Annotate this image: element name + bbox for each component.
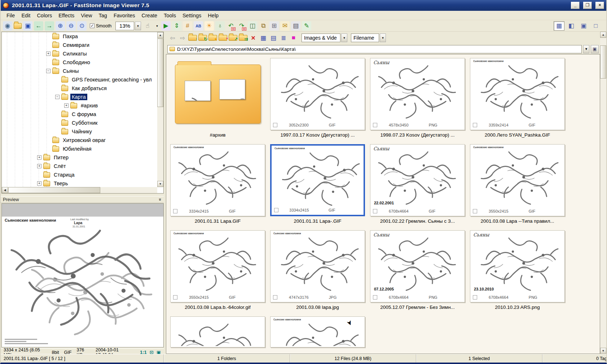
delete-icon[interactable]: × <box>249 34 258 42</box>
tree-item-Слёт[interactable]: +Слёт <box>2 162 157 170</box>
actual-size-icon[interactable]: ⊙ <box>77 21 87 31</box>
tree-item-Юбилейная[interactable]: Юбилейная <box>2 145 157 153</box>
thumbnail-filename[interactable]: 2001.03.08 Lapa.b.-64color.gif <box>185 305 250 310</box>
next-image-icon[interactable]: → <box>45 21 54 31</box>
smooth-checkbox-box[interactable]: ✓ <box>90 23 94 28</box>
thumbnail-filename[interactable]: 2001.02.22 Гремлин. Сьяны с З... <box>380 218 455 224</box>
thumbnail-filename[interactable]: #архив <box>210 132 226 138</box>
tree-hscroll-thumb[interactable] <box>8 187 100 193</box>
new-folder-icon[interactable]: * <box>219 35 227 41</box>
thumbnail[interactable] <box>170 316 265 347</box>
rotate-right-icon[interactable]: ↷90 <box>237 21 246 31</box>
minimize-button[interactable]: _ <box>571 2 580 9</box>
thumbnail[interactable]: 3052x2300GIF <box>270 58 365 130</box>
zoom-value[interactable]: 13% <box>115 22 134 30</box>
thumbnail-filename[interactable]: 2000.Лето SYAN_Pashka.GIF <box>485 132 550 138</box>
favorites-icon[interactable]: ★ <box>208 35 217 41</box>
menu-settings[interactable]: Settings <box>180 12 204 19</box>
folder-thumbnail[interactable] <box>170 58 265 130</box>
view-mode-image-button[interactable]: ▣ <box>578 21 589 31</box>
tree-scroll-thumb[interactable] <box>157 39 163 107</box>
close-button[interactable]: × <box>595 2 604 9</box>
address-field[interactable]: D:\XYZ\Туризм\Спелестология\Москва\Сьяны… <box>167 45 582 53</box>
hand-tool-icon[interactable]: ☝ <box>143 21 152 31</box>
color-label-icon[interactable]: ■ <box>289 34 298 42</box>
open-file-icon[interactable]: → <box>14 23 22 29</box>
crop-icon[interactable]: # <box>183 21 192 31</box>
thumbnail-filename[interactable]: 2001.01.31 Lapa-.GIF <box>294 218 341 224</box>
menu-favorites[interactable]: Favorites <box>111 12 138 19</box>
thumbnail[interactable]: Сьяны23.10.20106708x4664PNG <box>470 230 565 302</box>
save-icon[interactable]: ▣ <box>23 21 32 31</box>
view-mode-browser-button[interactable]: ◧ <box>566 21 577 31</box>
view-mode-thumbnails-button[interactable]: ▦ <box>554 21 564 31</box>
address-menu-button[interactable]: ▣ <box>591 45 599 53</box>
tree-vertical-scrollbar[interactable]: ▲ ▼ <box>157 32 163 187</box>
tree-item-Как добраться[interactable]: Как добраться <box>2 84 157 93</box>
zoom-out-icon[interactable]: ⊖ <box>66 21 76 31</box>
copy-to-icon[interactable]: ⇉ <box>239 35 247 41</box>
tree-scroll-up-button[interactable]: ▲ <box>157 32 163 38</box>
tree-item-Старица[interactable]: Старица <box>2 170 157 179</box>
thumbnail[interactable]: Сьяновские каменоломни3334x2415GIF <box>170 144 265 216</box>
tree-expander[interactable]: − <box>46 69 50 73</box>
previous-image-icon[interactable]: ← <box>34 21 43 31</box>
acquire-camera-icon[interactable]: ◉ <box>3 21 12 31</box>
smooth-checkbox[interactable]: ✓ Smooth <box>90 23 111 28</box>
view-thumbnails-icon[interactable]: ▦ <box>259 34 268 42</box>
refresh-icon[interactable]: ↻ <box>198 35 207 41</box>
compare-icon[interactable]: ◫ <box>248 21 257 31</box>
thumbnail[interactable]: Сьяны4578x3450PNG <box>370 58 465 130</box>
move-to-icon[interactable]: ↗ <box>229 35 237 41</box>
thumbnail[interactable]: Сьянские каменоломни4747x3176JPG <box>270 230 365 302</box>
filter-combo[interactable]: Images & Vide▾ <box>302 34 347 42</box>
grid-scroll-down-button[interactable]: ▼ <box>600 348 606 354</box>
thumbnail[interactable]: Сьяновские каменоломни3334x2415GIF <box>270 144 365 216</box>
menu-help[interactable]: Help <box>205 12 221 19</box>
tree-item-#архив[interactable]: +#архив <box>2 101 157 110</box>
forward-icon[interactable]: ⇨ <box>178 34 187 42</box>
tree-expander[interactable]: + <box>46 52 50 56</box>
menu-colors[interactable]: Colors <box>34 12 55 19</box>
external-editor-icon[interactable]: ✎ <box>302 21 311 31</box>
scan-icon[interactable]: ⊞ <box>269 21 279 31</box>
tree-expander[interactable]: + <box>37 164 41 168</box>
view-mode-fullscreen-button[interactable]: □ <box>590 21 601 31</box>
menu-view[interactable]: View <box>78 12 95 19</box>
tree-item-Карта[interactable]: −Карта <box>2 93 157 101</box>
resize-icon[interactable]: ⇕ <box>172 21 181 31</box>
thumbnail[interactable]: Сьяновские каменоломни3550x2415GIF <box>170 230 265 302</box>
tree-expander[interactable]: + <box>37 181 41 186</box>
menu-edit[interactable]: Edit <box>18 12 33 19</box>
menu-tag[interactable]: Tag <box>96 12 110 19</box>
tree-scroll-down-button[interactable]: ▼ <box>157 181 163 187</box>
tree-item-Субботник[interactable]: Субботник <box>2 119 157 127</box>
tree-expander[interactable]: + <box>64 103 69 108</box>
tree-item-Пахра[interactable]: Пахра <box>2 32 157 41</box>
thumbnail-filename[interactable]: 2001.03.08 lapa.jpg <box>296 305 339 310</box>
slideshow-icon[interactable]: ▶ <box>161 21 171 31</box>
grid-vertical-scrollbar[interactable]: ▲ ▼ <box>600 32 606 354</box>
tree-item-Питер[interactable]: +Питер <box>2 153 157 162</box>
back-icon[interactable]: ⇦ <box>168 34 177 42</box>
zoom-in-icon[interactable]: ⊕ <box>56 21 65 31</box>
thumbnail[interactable]: Сьяны22.02.20016708x4664GIF <box>370 144 465 216</box>
tree-scroll-left-button[interactable]: ◀ <box>2 187 8 193</box>
email-icon[interactable]: ✉ <box>280 21 290 31</box>
menu-tools[interactable]: Tools <box>161 12 179 19</box>
tree-item-Силикаты[interactable]: +Силикаты <box>2 49 157 58</box>
tree-item-GPS Геокешинг, geocaching - увл[interactable]: GPS Геокешинг, geocaching - увл <box>2 75 157 84</box>
tree-item-С форума[interactable]: С форума <box>2 110 157 119</box>
zoom-combo[interactable]: 13% ▾ <box>115 22 141 30</box>
tree-expander[interactable]: + <box>37 155 41 160</box>
tree-item-Сьяны[interactable]: −Сьяны <box>2 67 157 75</box>
tree-item-Чайнику[interactable]: Чайнику <box>2 127 157 136</box>
tree-item-Семивраги[interactable]: Семивраги <box>2 41 157 49</box>
thumbnail[interactable]: Сьяновские каменоломни3359x2414GIF <box>470 58 565 130</box>
print-icon[interactable]: ▤ <box>291 21 300 31</box>
thumbnail-filename[interactable]: 2005.12.07 Гремлин - Без Зимн... <box>380 305 455 310</box>
thumbnail-filename[interactable]: 2010.10.23 ARS.png <box>495 305 540 310</box>
adjust-colors-icon[interactable]: ☀ <box>204 21 214 31</box>
clone-stamp-icon[interactable]: ♁ <box>215 21 225 31</box>
zoom-dropdown-button[interactable]: ▾ <box>135 22 141 30</box>
